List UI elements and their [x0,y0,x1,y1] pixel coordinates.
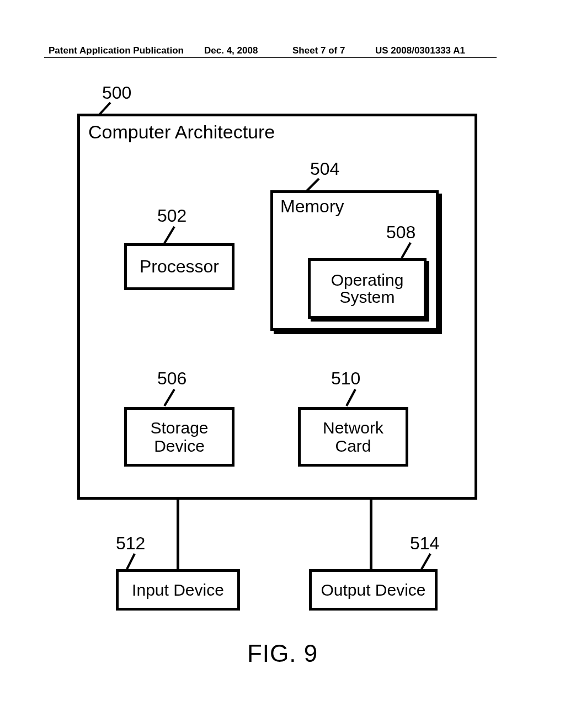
svg-line-3 [402,243,411,258]
svg-line-5 [347,389,355,406]
operating-system-box: OperatingSystem [308,258,427,319]
lead-514 [418,552,435,571]
storage-device-label: StorageDevice [150,419,208,455]
output-device-label: Output Device [321,581,425,599]
lead-502 [160,223,182,245]
output-device-box: Output Device [309,569,438,611]
lead-512 [125,552,141,571]
lead-510 [343,386,360,408]
operating-system-label: OperatingSystem [331,271,404,306]
svg-line-4 [164,389,174,406]
svg-line-6 [127,554,135,569]
storage-device-box: StorageDevice [124,407,234,467]
header-rule [44,57,497,58]
connector-input [177,500,179,569]
svg-line-0 [98,103,110,116]
ref-508: 508 [386,222,415,243]
memory-label: Memory [280,196,344,217]
header-pubno: US 2008/0301333 A1 [375,45,465,56]
lead-500 [94,99,116,121]
ref-512: 512 [116,533,145,554]
network-card-label: NetworkCard [323,419,383,455]
header-date: Dec. 4, 2008 [204,45,258,56]
input-device-label: Input Device [132,581,224,599]
network-card-box: NetworkCard [298,407,408,467]
header-publication: Patent Application Publication [49,45,184,56]
lead-508 [398,240,415,260]
lead-506 [160,386,182,408]
input-device-box: Input Device [116,569,240,611]
patent-figure-page: Patent Application Publication Dec. 4, 2… [0,0,565,728]
svg-line-2 [307,179,319,191]
header-sheet: Sheet 7 of 7 [292,45,345,56]
svg-line-1 [164,227,174,243]
connector-output [370,500,372,569]
processor-box: Processor [124,243,234,290]
ref-514: 514 [410,533,439,554]
svg-line-7 [422,554,430,569]
computer-architecture-label: Computer Architecture [88,121,275,143]
figure-caption: FIG. 9 [0,640,565,667]
processor-label: Processor [140,256,219,277]
